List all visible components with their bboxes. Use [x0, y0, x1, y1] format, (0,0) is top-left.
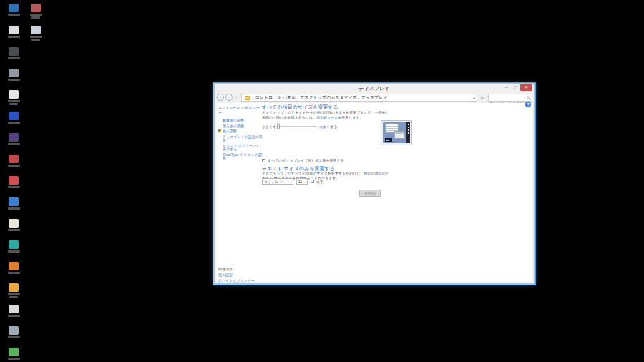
slider-larger-label: 大きくする	[319, 124, 337, 129]
search-box[interactable]: 🔍	[488, 94, 532, 102]
item-select-value: タイトル バー	[264, 180, 287, 184]
display-preview-image	[381, 120, 412, 145]
same-scaling-label: すべてのディスプレイで同じ拡大率を使用する	[268, 158, 344, 162]
description-text-end: を使用します。	[338, 115, 363, 119]
chevron-down-icon: ▾	[305, 180, 306, 184]
desktop-icon[interactable]	[4, 283, 23, 298]
control-panel-icon	[245, 96, 250, 100]
desktop-icon[interactable]	[4, 155, 23, 167]
main-panel: すべての項目のサイズを変更する デスクトップ上のテキストやその他の項目の大きさを…	[262, 103, 530, 282]
same-scaling-checkbox[interactable]	[262, 159, 265, 162]
up-button[interactable]: ↑	[233, 94, 240, 101]
section1-description: デスクトップ上のテキストやその他の項目の大きさを変更できます。一時的に画面の一部…	[262, 110, 389, 119]
desktop-icon[interactable]	[4, 326, 23, 338]
desktop-icon[interactable]	[4, 26, 23, 38]
bold-checkbox-row[interactable]: 太字	[311, 180, 323, 184]
apply-button[interactable]: 適用(A)	[359, 190, 381, 197]
breadcrumb-separator: ›	[358, 96, 360, 100]
slider-thumb[interactable]	[277, 123, 280, 129]
desktop-icon[interactable]	[4, 47, 23, 59]
display-control-panel-window: ディスプレイ – ▢ ✕ ← → ↑ › コントロール パネル › デスクトップ…	[213, 83, 535, 285]
minimize-button[interactable]: –	[502, 84, 511, 91]
chevron-down-icon: ▾	[291, 180, 292, 184]
chevron-down-icon[interactable]: ▾	[473, 96, 475, 100]
content-area: ? コントロール パネル ホーム 解像度の調整 明るさの調整 色の調整 ディスプ…	[216, 103, 532, 282]
desktop-icon[interactable]	[26, 4, 45, 19]
breadcrumb-control-panel[interactable]: コントロール パネル	[255, 94, 296, 101]
breadcrumb-appearance[interactable]: デスクトップのカスタマイズ	[300, 94, 357, 101]
desktop-icon[interactable]	[4, 197, 23, 210]
desktop-icon[interactable]	[4, 219, 23, 231]
see-also-header: 関連項目	[218, 267, 255, 271]
desktop-icon[interactable]	[4, 133, 23, 145]
same-scaling-checkbox-row[interactable]: すべてのディスプレイで同じ拡大率を使用する	[262, 158, 344, 162]
desktop-icon[interactable]	[4, 240, 23, 253]
window-title: ディスプレイ	[215, 85, 534, 92]
search-icon: 🔍	[527, 96, 531, 100]
desktop-icon[interactable]	[4, 90, 23, 105]
refresh-icon[interactable]: ↻	[480, 95, 484, 100]
desktop-icon[interactable]	[4, 69, 23, 81]
desktop-icon[interactable]	[4, 4, 23, 16]
magnifier-link[interactable]: 拡大鏡ツール	[316, 115, 338, 119]
bold-label: 太字	[316, 180, 323, 184]
back-button[interactable]: ←	[217, 94, 224, 101]
sidebar-item-change-display-settings[interactable]: ディスプレイの設定の変更	[218, 135, 263, 142]
sidebar-item-adjust-brightness[interactable]: 明るさの調整	[218, 124, 263, 128]
address-toolbar: ← → ↑ › コントロール パネル › デスクトップのカスタマイズ › ディス…	[215, 92, 534, 103]
bold-checkbox[interactable]	[311, 180, 314, 183]
uac-shield-icon	[218, 129, 221, 133]
sidebar: コントロール パネル ホーム 解像度の調整 明るさの調整 色の調整 ディスプレイ…	[218, 105, 263, 162]
desktop-icon[interactable]	[26, 26, 45, 41]
breadcrumb[interactable]: › コントロール パネル › デスクトップのカスタマイズ › ディスプレイ ▾	[241, 94, 477, 102]
item-select[interactable]: タイトル バー ▾	[262, 178, 293, 185]
desktop-icon[interactable]	[4, 112, 23, 124]
sidebar-item-calibrate-color[interactable]: 色の調整	[218, 129, 263, 133]
see-also-personalization[interactable]: 個人設定	[218, 273, 255, 277]
see-also-section: 関連項目 個人設定 デバイスとプリンター	[218, 267, 255, 284]
desktop-icon[interactable]	[4, 305, 23, 317]
slider-track[interactable]	[278, 126, 317, 127]
size-select[interactable]: 11 ▾	[296, 178, 308, 185]
sidebar-item-home[interactable]: コントロール パネル ホーム	[218, 105, 263, 114]
breadcrumb-display[interactable]: ディスプレイ	[361, 94, 388, 101]
desktop-icon[interactable]	[4, 262, 23, 274]
preview-window-small	[394, 131, 405, 139]
forward-button[interactable]: →	[225, 94, 233, 101]
text-size-controls-row: タイトル バー ▾ 11 ▾ 太字	[262, 178, 323, 185]
breadcrumb-separator: ›	[253, 96, 254, 100]
see-also-devices-printers[interactable]: デバイスとプリンター	[218, 278, 255, 283]
sidebar-item-second-screen[interactable]: セカンド スクリーンに表示する	[218, 144, 263, 151]
preview-charms-bar	[406, 122, 410, 143]
preview-screen	[383, 122, 410, 143]
desktop-icon[interactable]	[4, 176, 23, 188]
desktop-icon[interactable]	[4, 348, 23, 360]
breadcrumb-separator: ›	[297, 96, 298, 100]
sidebar-item-cleartype[interactable]: ClearType テキストの調整	[218, 153, 263, 160]
sidebar-item-label: 色の調整	[223, 129, 237, 133]
maximize-button[interactable]: ▢	[511, 84, 520, 91]
sidebar-item-adjust-resolution[interactable]: 解像度の調整	[218, 119, 263, 122]
preview-taskbar	[385, 138, 392, 142]
close-button[interactable]: ✕	[520, 84, 532, 91]
size-select-value: 11	[298, 180, 302, 184]
title-bar[interactable]: ディスプレイ – ▢ ✕	[215, 84, 534, 92]
